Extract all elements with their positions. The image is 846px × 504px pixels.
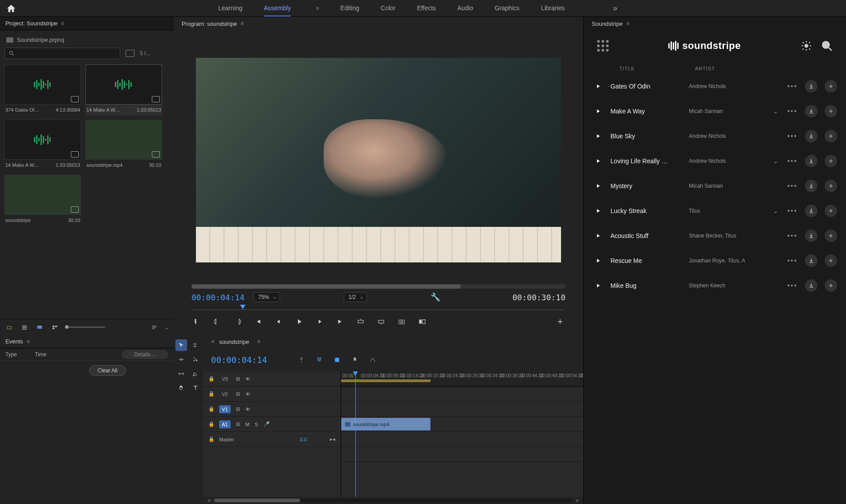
settings-wrench-icon[interactable]: 🔧: [431, 292, 440, 302]
download-button[interactable]: [805, 80, 818, 93]
bin-thumbnail[interactable]: [4, 175, 81, 215]
export-frame-button[interactable]: [396, 316, 407, 327]
lane-v2[interactable]: [341, 402, 583, 417]
lane-a1[interactable]: [341, 432, 583, 447]
more-options-icon[interactable]: •••: [787, 232, 798, 240]
tab-audio[interactable]: Audio: [457, 0, 473, 16]
more-options-icon[interactable]: •••: [787, 82, 798, 90]
program-timecode-in[interactable]: 00:00:04:14: [191, 293, 244, 302]
icon-view-icon[interactable]: [35, 323, 45, 331]
track-label-v1[interactable]: V1: [219, 405, 231, 413]
mark-out-icon[interactable]: [232, 316, 243, 327]
expand-chevron-icon[interactable]: ⌄: [773, 207, 780, 214]
step-back-button[interactable]: [273, 316, 284, 327]
lane-v3[interactable]: [341, 387, 583, 402]
meter-icon[interactable]: ▸◂: [330, 436, 335, 442]
monitor-scrollbar[interactable]: [191, 284, 565, 289]
gear-icon[interactable]: [801, 40, 812, 52]
type-tool[interactable]: [190, 382, 201, 394]
tab-assembly[interactable]: Assembly: [264, 0, 291, 16]
timeline-timecode[interactable]: 00:00:04:14: [211, 355, 267, 365]
project-search-input[interactable]: [4, 48, 120, 59]
solo-toggle[interactable]: S: [255, 422, 258, 427]
sync-lock-icon[interactable]: ⊟: [236, 406, 240, 412]
timeline-ruler[interactable]: :00:0000:00:04:2300:00:09:2300:00:14:230…: [341, 371, 583, 387]
bin-item[interactable]: soundstripe30:10: [4, 175, 81, 226]
add-to-timeline-button[interactable]: [825, 105, 837, 117]
tab-color[interactable]: Color: [381, 0, 395, 16]
add-to-timeline-button[interactable]: [825, 205, 837, 217]
comparison-button[interactable]: [417, 316, 427, 327]
add-to-timeline-button[interactable]: [825, 254, 837, 267]
program-zoom-dropdown[interactable]: 75%: [253, 292, 280, 302]
add-to-timeline-button[interactable]: [825, 155, 837, 167]
expand-chevron-icon[interactable]: ⌄: [773, 157, 780, 165]
program-resolution-dropdown[interactable]: 1/2: [344, 292, 367, 302]
lock-icon[interactable]: 🔒: [208, 436, 214, 442]
new-bin-button[interactable]: [126, 50, 134, 57]
play-track-button[interactable]: [593, 106, 603, 117]
play-track-button[interactable]: [593, 156, 603, 166]
tab-graphics[interactable]: Graphics: [495, 0, 520, 16]
play-button[interactable]: [294, 316, 305, 327]
sync-lock-icon[interactable]: ⊟: [236, 376, 240, 382]
grip-icon[interactable]: [597, 40, 609, 52]
play-track-button[interactable]: [593, 280, 603, 291]
tab-effects[interactable]: Effects: [417, 0, 436, 16]
go-to-out-button[interactable]: [335, 316, 346, 327]
bin-item[interactable]: 14 Make A W…1:33:05013: [85, 65, 162, 115]
overflow-icon[interactable]: »: [613, 4, 618, 13]
button-editor-icon[interactable]: [555, 316, 565, 327]
download-button[interactable]: [805, 230, 818, 242]
bin-item[interactable]: soundstripe.mp430:10: [85, 120, 162, 170]
project-panel-menu-icon[interactable]: ≡: [61, 20, 64, 27]
sequence-name[interactable]: soundstripe: [219, 339, 249, 345]
play-track-button[interactable]: [593, 81, 603, 92]
program-ruler[interactable]: [191, 305, 565, 314]
project-zoom-slider[interactable]: [65, 327, 105, 328]
sync-lock-icon[interactable]: ⊟: [236, 421, 240, 427]
clear-all-button[interactable]: Clear All: [89, 365, 126, 376]
sort-icon[interactable]: [150, 323, 159, 331]
lock-icon[interactable]: 🔒: [208, 391, 214, 397]
magnet-toggle[interactable]: [314, 355, 324, 365]
timeline-settings-icon[interactable]: [368, 355, 378, 365]
add-to-timeline-button[interactable]: [825, 230, 837, 242]
eye-icon[interactable]: 👁: [245, 376, 250, 382]
write-toggle-icon[interactable]: [4, 323, 14, 331]
hand-tool[interactable]: [175, 382, 187, 394]
home-icon[interactable]: [0, 4, 22, 13]
tab-editing[interactable]: Editing: [340, 0, 359, 16]
download-button[interactable]: [805, 155, 818, 167]
track-v3[interactable]: 🔒 V3 ⊟ 👁: [203, 371, 341, 387]
linked-selection-toggle[interactable]: [332, 355, 342, 365]
timeline-scrollbar[interactable]: ○ ○: [203, 497, 583, 504]
lock-icon[interactable]: 🔒: [208, 421, 214, 427]
more-options-icon[interactable]: •••: [787, 182, 798, 190]
more-options-icon[interactable]: •••: [787, 282, 798, 290]
extract-button[interactable]: [376, 316, 386, 327]
more-options-icon[interactable]: •••: [787, 207, 798, 215]
snap-toggle[interactable]: [297, 355, 306, 365]
eye-icon[interactable]: 👁: [245, 407, 250, 412]
play-track-button[interactable]: [593, 230, 603, 241]
timeline-track-area[interactable]: :00:0000:00:04:2300:00:09:2300:00:14:230…: [341, 371, 583, 497]
tab-libraries[interactable]: Libraries: [541, 0, 565, 16]
more-options-icon[interactable]: •••: [787, 107, 798, 115]
list-view-icon[interactable]: [20, 323, 29, 331]
step-forward-button[interactable]: [314, 316, 325, 327]
download-button[interactable]: [805, 180, 818, 192]
track-select-tool[interactable]: [190, 339, 201, 351]
tab-learning[interactable]: Learning: [218, 0, 243, 16]
sort-chevron-icon[interactable]: ⌄: [165, 324, 169, 331]
slip-tool[interactable]: [175, 368, 187, 379]
lock-icon[interactable]: 🔒: [208, 376, 214, 382]
track-v2[interactable]: 🔒 V2 ⊟ 👁: [203, 387, 341, 402]
go-to-in-button[interactable]: [253, 316, 264, 327]
download-button[interactable]: [805, 279, 818, 292]
more-options-icon[interactable]: •••: [787, 157, 798, 165]
play-track-button[interactable]: [593, 206, 603, 216]
timeline-playhead[interactable]: [355, 371, 356, 497]
voice-over-icon[interactable]: 🎤: [264, 421, 270, 427]
ripple-tool[interactable]: [175, 354, 187, 365]
